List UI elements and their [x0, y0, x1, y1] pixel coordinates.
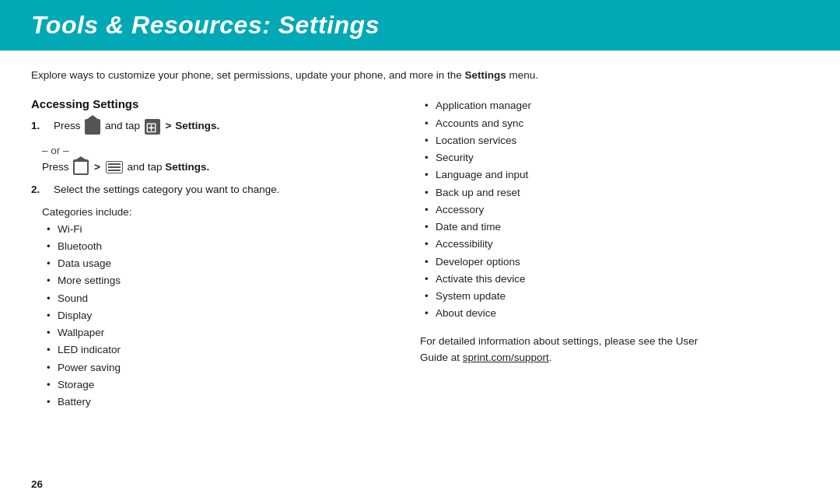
- left-items-list: Wi-Fi Bluetooth Data usage More settings…: [47, 221, 389, 411]
- list-item: Power saving: [47, 359, 389, 376]
- intro-text: Explore ways to customize your phone, se…: [31, 68, 731, 83]
- list-item: Developer options: [425, 254, 809, 271]
- list-item: More settings: [47, 272, 389, 289]
- step-1-number: 1.: [31, 120, 40, 131]
- list-item: Security: [425, 149, 809, 166]
- list-item: Back up and reset: [425, 184, 809, 201]
- list-item: Storage: [47, 376, 389, 394]
- grid-icon: [145, 119, 160, 135]
- list-item: Date and time: [425, 219, 809, 236]
- list-item: LED indicator: [47, 341, 389, 359]
- home-icon: [85, 119, 100, 135]
- step-1-content: Press and tap > Settings.: [54, 120, 219, 131]
- gt-symbol-2: >: [94, 161, 100, 173]
- list-item: Wi-Fi: [47, 221, 389, 238]
- list-item: Wallpaper: [47, 324, 389, 341]
- home-outline-icon: [73, 159, 89, 175]
- footer-text-before: For detailed information about settings,…: [420, 335, 698, 363]
- step-2: 2. Select the settings category you want…: [31, 182, 389, 198]
- list-item: Activate this device: [425, 271, 809, 288]
- list-item: Accessory: [425, 201, 809, 219]
- list-item: Application manager: [425, 97, 809, 114]
- menu-icon: [106, 161, 123, 173]
- right-column: Application manager Accounts and sync Lo…: [412, 97, 809, 366]
- section-title: Accessing Settings: [31, 97, 389, 110]
- step-2-content: Select the settings category you want to…: [54, 184, 279, 195]
- header-bar: Tools & Resources: Settings: [0, 0, 840, 51]
- list-item: Data usage: [47, 255, 389, 272]
- list-item: Language and input: [425, 166, 809, 184]
- page-title: Tools & Resources: Settings: [31, 11, 380, 40]
- list-item: Accounts and sync: [425, 115, 809, 132]
- list-item: Display: [47, 307, 389, 324]
- page-container: Tools & Resources: Settings Explore ways…: [0, 0, 840, 504]
- intro-text-before: Explore ways to customize your phone, se…: [31, 69, 465, 81]
- list-item: Sound: [47, 290, 389, 307]
- step-2-number: 2.: [31, 184, 40, 195]
- list-item: Accessibility: [425, 236, 809, 253]
- footer-note: For detailed information about settings,…: [420, 334, 716, 366]
- list-item: System update: [425, 288, 809, 305]
- right-items-list: Application manager Accounts and sync Lo…: [425, 97, 809, 322]
- or-line: – or –: [42, 142, 389, 159]
- intro-text-after: menu.: [506, 69, 538, 81]
- two-column-layout: Accessing Settings 1. Press and tap > Se…: [31, 97, 809, 411]
- list-item: About device: [425, 305, 809, 322]
- step-1: 1. Press and tap > Settings.: [31, 118, 389, 135]
- list-item: Battery: [47, 394, 389, 411]
- left-column: Accessing Settings 1. Press and tap > Se…: [31, 97, 412, 411]
- settings-label-1: Settings.: [175, 120, 219, 131]
- list-item: Bluetooth: [47, 238, 389, 255]
- sprint-support-link[interactable]: sprint.com/support: [463, 352, 549, 363]
- settings-label-2: Settings.: [165, 161, 209, 173]
- step-1-alt: Press > and tap Settings.: [42, 159, 389, 176]
- list-item: Location services: [425, 132, 809, 149]
- categories-label: Categories include:: [42, 206, 389, 218]
- page-number: 26: [31, 478, 43, 490]
- gt-symbol-1: >: [166, 120, 172, 131]
- intro-bold-word: Settings: [465, 69, 506, 81]
- footer-text-after: .: [549, 352, 552, 363]
- content-area: Explore ways to customize your phone, se…: [0, 51, 840, 427]
